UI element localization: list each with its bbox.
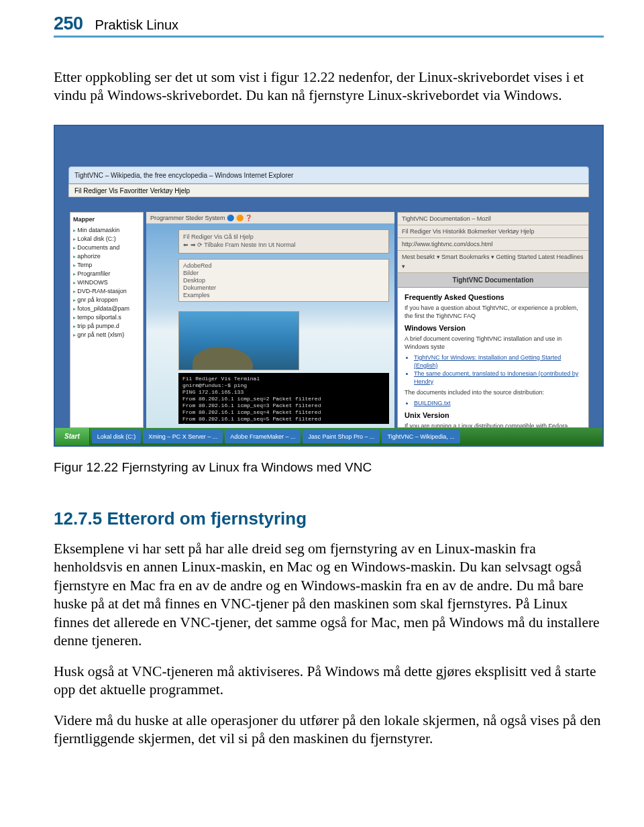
nautilus-item[interactable]: AdobeRed: [183, 262, 384, 270]
screenshot-vnc: TightVNC – Wikipedia, the free encyclope…: [54, 125, 604, 447]
term-line: gnirm@fundus:~$ ping: [182, 382, 385, 389]
term-line: From 80.202.16.1 icmp_seq=5 Packet filte…: [182, 416, 385, 423]
image-viewer: [178, 311, 299, 370]
firefox-menu[interactable]: Fil Rediger Vis Historikk Bokmerker Verk…: [398, 225, 588, 238]
tree-item[interactable]: Programfiler: [73, 270, 140, 278]
taskbar-item[interactable]: Xming – PC X Server – ...: [143, 430, 223, 443]
taskbar-item[interactable]: TightVNC – Wikipedia, ...: [382, 430, 460, 443]
ie-titlebar: TightVNC – Wikipedia, the free encyclope…: [68, 166, 589, 184]
file-browser-toolbar: Fil Rediger Vis Gå til Hjelp ⬅ ➡ ⟳ Tilba…: [178, 229, 389, 254]
start-button[interactable]: Start: [55, 428, 90, 445]
faq-text: If you have a question about TightVNC, o…: [405, 304, 582, 320]
taskbar-item[interactable]: Jasc Paint Shop Pro – ...: [303, 430, 380, 443]
firefox-bookmarks[interactable]: Mest besøkt ▾ Smart Bookmarks ▾ Getting …: [398, 251, 588, 273]
running-title: Praktisk Linux: [95, 17, 179, 33]
taskbar-item[interactable]: Adobe FrameMaker – ...: [225, 430, 301, 443]
tree-item[interactable]: gnr på nett (xlsm): [73, 331, 140, 339]
tree-heading: Mapper: [73, 215, 140, 224]
taskbar-item[interactable]: Lokal disk (C:): [92, 430, 142, 443]
firefox-address[interactable]: http://www.tightvnc.com/docs.html: [398, 238, 588, 251]
tightvnc-doc-window: TightVNC Documentation – Mozil Fil Redig…: [397, 212, 589, 428]
term-line: From 80.202.16.1 icmp_seq=4 Packet filte…: [182, 409, 385, 416]
nautilus-item[interactable]: Examples: [183, 292, 384, 299]
tree-item[interactable]: Documents and: [73, 243, 140, 252]
body-paragraph-1: Eksemplene vi har sett på har alle dreid…: [54, 540, 604, 651]
page-header: 250 Praktisk Linux: [54, 13, 604, 34]
intro-paragraph: Etter oppkobling ser det ut som vist i f…: [54, 68, 604, 105]
win-heading: Windows Version: [405, 324, 582, 333]
term-line: Fil Rediger Vis Terminal: [182, 376, 385, 382]
term-line: ^C: [182, 423, 385, 424]
term-line: From 80.202.16.1 icmp_seq=3 Packet filte…: [182, 402, 385, 409]
win-text: A brief document covering TightVNC insta…: [405, 335, 582, 351]
tree-item[interactable]: aphorize: [73, 252, 140, 261]
nautilus-window: AdobeRed Bilder Desktop Dokumenter Examp…: [178, 259, 389, 302]
term-line: From 80.202.16.1 icmp_seq=2 Packet filte…: [182, 396, 385, 402]
tree-item[interactable]: trip på pumpe.d: [73, 322, 140, 331]
firefox-titlebar: TightVNC Documentation – Mozil: [398, 213, 588, 225]
linux-desktop: Programmer Steder System 🔵 🟠 ❓ Fil Redig…: [146, 212, 394, 428]
tree-item[interactable]: DVD-RAM-stasjon: [73, 287, 140, 296]
browser-nav-buttons[interactable]: ⬅ ➡ ⟳ Tilbake Fram Neste Inn Ut Normal: [183, 241, 384, 249]
tree-item[interactable]: fotos_pildata@pam: [73, 305, 140, 313]
tree-item[interactable]: tempo silportal.s: [73, 313, 140, 322]
doc-link[interactable]: BUILDING.txt: [414, 399, 582, 407]
tree-item[interactable]: Lokal disk (C:): [73, 235, 140, 243]
doc-title: TightVNC Documentation: [398, 273, 588, 288]
nautilus-item[interactable]: Desktop: [183, 277, 384, 284]
win-text2: The documents included into the source d…: [405, 388, 582, 396]
windows-taskbar[interactable]: Start Lokal disk (C:) Xming – PC X Serve…: [55, 428, 602, 445]
figure-caption: Figur 12.22 Fjernstyring av Linux fra Wi…: [54, 460, 604, 475]
header-rule: [54, 36, 604, 38]
section-heading: 12.7.5 Etterord om fjernstyring: [54, 508, 604, 529]
page-number: 250: [54, 13, 83, 34]
doc-link[interactable]: The same document, translated to Indones…: [414, 370, 582, 386]
nautilus-item[interactable]: Bilder: [183, 270, 384, 277]
figure-12-22: TightVNC – Wikipedia, the free encyclope…: [54, 125, 604, 447]
body-paragraph-2: Husk også at VNC-tjeneren må aktiviseres…: [54, 663, 604, 700]
unix-text: If you are running a Linux distribution …: [405, 422, 582, 428]
tree-item[interactable]: gnr på kroppen: [73, 296, 140, 305]
gnome-top-panel[interactable]: Programmer Steder System 🔵 🟠 ❓: [146, 212, 394, 224]
faq-heading: Frequently Asked Questions: [405, 293, 582, 302]
term-line: PING 172.16.165.133: [182, 389, 385, 396]
nautilus-item[interactable]: Dokumenter: [183, 284, 384, 292]
body-paragraph-3: Videre må du huske at alle operasjoner d…: [54, 712, 604, 749]
terminal-window[interactable]: Fil Rediger Vis Terminal gnirm@fundus:~$…: [178, 373, 389, 424]
explorer-menu: Fil Rediger Vis Favoritter Verktøy Hjelp: [68, 184, 589, 197]
tree-item[interactable]: WINDOWS: [73, 278, 140, 287]
unix-heading: Unix Version: [405, 411, 582, 420]
browser-menubar[interactable]: Fil Rediger Vis Gå til Hjelp: [183, 233, 384, 241]
folder-tree: Mapper Min datamaskin Lokal disk (C:) Do…: [70, 212, 144, 428]
tree-item[interactable]: Temp: [73, 261, 140, 270]
tree-item[interactable]: Min datamaskin: [73, 226, 140, 235]
doc-link[interactable]: TightVNC for Windows: Installation and G…: [414, 353, 582, 370]
